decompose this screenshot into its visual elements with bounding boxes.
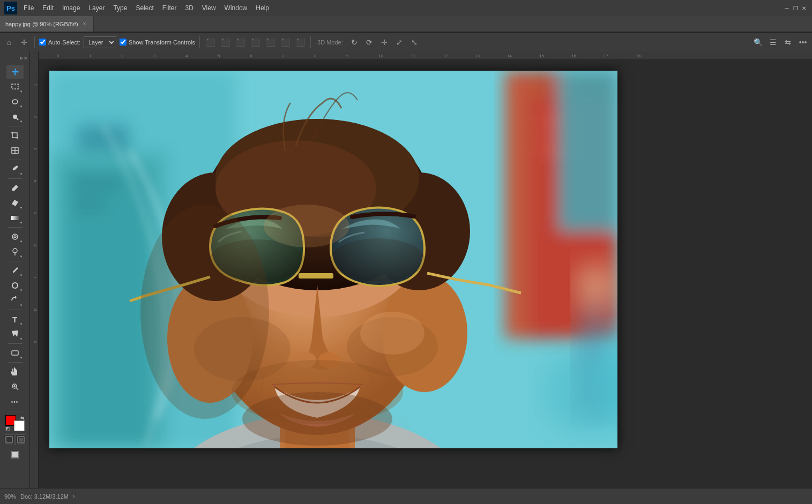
svg-rect-29 — [76, 178, 87, 189]
background-color[interactable] — [14, 420, 25, 431]
normal-mode-button[interactable] — [4, 434, 14, 445]
menu-view[interactable]: View — [198, 0, 220, 16]
crop-tool-button[interactable] — [6, 129, 24, 142]
transform-controls-label[interactable]: Show Transform Controls — [120, 39, 195, 46]
align-vcenter-button[interactable]: ⬛ — [219, 36, 231, 48]
document-tab[interactable]: happy.jpg @ 90% (RGB/8#) × — [0, 16, 94, 32]
svg-rect-17 — [6, 437, 12, 443]
svg-point-77 — [140, 205, 269, 419]
status-arrow-button[interactable]: › — [73, 493, 75, 499]
transform-controls-checkbox[interactable] — [120, 39, 126, 46]
zoom-tool-button[interactable] — [6, 380, 24, 394]
history-brush-button[interactable]: ▼ — [6, 294, 24, 307]
auto-select-dropdown[interactable]: Layer Group — [84, 36, 116, 48]
rectangle-tool-button[interactable]: ▼ — [6, 346, 24, 360]
image-canvas — [39, 60, 812, 488]
quick-select-arrow: ▼ — [20, 120, 23, 123]
align-bottom-button[interactable]: ⬛ — [234, 36, 246, 48]
ruler-left-4: 4 — [33, 180, 38, 182]
svg-point-45 — [575, 264, 617, 306]
blur-button[interactable]: ▼ — [6, 230, 24, 244]
clone-arrow: ▼ — [20, 289, 23, 292]
menu-image[interactable]: Image — [58, 0, 84, 16]
scale-3d-icon[interactable]: ⤡ — [408, 36, 420, 48]
align-hcenter-button[interactable]: ⬛ — [264, 36, 276, 48]
menu-select[interactable]: Select — [131, 0, 158, 16]
menu-3d[interactable]: 3D — [181, 0, 197, 16]
menu-edit[interactable]: Edit — [38, 0, 58, 16]
more-options-icon[interactable]: ••• — [797, 36, 809, 48]
menu-type[interactable]: Type — [109, 0, 131, 16]
svg-point-70 — [242, 392, 392, 446]
quick-mask-button[interactable] — [16, 434, 26, 445]
svg-rect-33 — [92, 199, 103, 210]
svg-line-3 — [17, 118, 18, 120]
workspace-icon[interactable]: ☰ — [767, 36, 779, 48]
type-icon: T — [12, 315, 17, 324]
ruler-left-1: 1 — [33, 84, 38, 86]
pan-3d-icon[interactable]: ✛ — [378, 36, 390, 48]
auto-select-label[interactable]: Auto-Select: — [39, 39, 80, 46]
lasso-tool-button[interactable]: ▼ — [6, 95, 24, 109]
ruler-left: 1 2 3 4 5 6 7 8 9 — [30, 51, 39, 488]
svg-point-76 — [264, 205, 349, 247]
type-tool-button[interactable]: T ▼ — [6, 312, 24, 326]
restore-button[interactable]: ❐ — [792, 4, 799, 12]
menu-layer[interactable]: Layer — [84, 0, 109, 16]
pen-arrow: ▼ — [20, 274, 23, 277]
distribute-left-button[interactable]: ⬛ — [294, 36, 306, 48]
brush-button[interactable] — [6, 181, 24, 195]
ruler-left-5: 5 — [33, 212, 38, 214]
menu-filter[interactable]: Filter — [158, 0, 181, 16]
dodge-button[interactable]: ▼ — [6, 245, 24, 259]
marquee-tool-button[interactable]: ▼ — [6, 80, 24, 94]
auto-select-text: Auto-Select: — [48, 39, 80, 46]
align-right-button[interactable]: ⬛ — [279, 36, 291, 48]
tab-close-button[interactable]: × — [81, 20, 88, 27]
clone-stamp-button[interactable]: ▼ — [6, 279, 24, 292]
auto-select-checkbox[interactable] — [39, 39, 46, 46]
ruler-tick-1: 1 — [89, 54, 91, 58]
more-tools-button[interactable]: ••• — [6, 395, 24, 409]
svg-point-9 — [14, 236, 16, 238]
rotate-3d-icon[interactable]: ↻ — [348, 36, 360, 48]
color-swatches: ⇆ ◩ — [5, 415, 25, 431]
quick-select-button[interactable]: ▼ — [6, 110, 24, 124]
close-button[interactable]: ✕ — [800, 4, 808, 12]
toolbar-close-icon[interactable]: × — [24, 55, 27, 61]
eraser-button[interactable]: ▼ — [6, 196, 24, 210]
svg-rect-31 — [108, 178, 119, 189]
eyedropper-button[interactable]: ▼ — [6, 162, 24, 176]
search-icon[interactable]: 🔍 — [752, 36, 764, 48]
slide-3d-icon[interactable]: ⤢ — [393, 36, 405, 48]
hand-tool-button[interactable] — [6, 365, 24, 379]
eyedropper-arrow: ▼ — [20, 172, 23, 176]
minimize-button[interactable]: ─ — [783, 4, 791, 12]
home-icon[interactable]: ⌂ — [3, 36, 15, 48]
move-tool-button[interactable] — [6, 65, 24, 79]
gradient-button[interactable]: ▼ — [6, 211, 24, 225]
title-bar: Ps File Edit Image Layer Type Select Fil… — [0, 0, 812, 16]
menu-help[interactable]: Help — [251, 0, 273, 16]
menu-window[interactable]: Window — [220, 0, 252, 16]
path-select-button[interactable]: ▼ — [6, 327, 24, 341]
ruler-tick-5: 5 — [218, 54, 220, 58]
pen-button[interactable]: ▼ — [6, 264, 24, 277]
ruler-tick-13: 13 — [475, 54, 480, 58]
align-top-button[interactable]: ⬛ — [204, 36, 216, 48]
roll-3d-icon[interactable]: ⟳ — [363, 36, 375, 48]
path-arrow: ▼ — [20, 337, 23, 341]
separator-3 — [8, 178, 23, 179]
menu-file[interactable]: File — [19, 0, 38, 16]
toolbar-collapse-bar[interactable]: » × — [0, 54, 29, 62]
patch-tool-button[interactable] — [6, 144, 24, 157]
align-left-button[interactable]: ⬛ — [249, 36, 261, 48]
move-options-icon[interactable]: ✛ — [18, 36, 30, 48]
reset-colors-icon[interactable]: ◩ — [5, 426, 10, 431]
separator-8 — [8, 362, 23, 363]
swap-colors-icon[interactable]: ⇆ — [20, 415, 25, 420]
svg-point-75 — [360, 312, 424, 355]
arrange-icon[interactable]: ⇆ — [782, 36, 794, 48]
ruler-tick-10: 10 — [378, 54, 383, 58]
screen-mode-button[interactable] — [6, 448, 24, 462]
